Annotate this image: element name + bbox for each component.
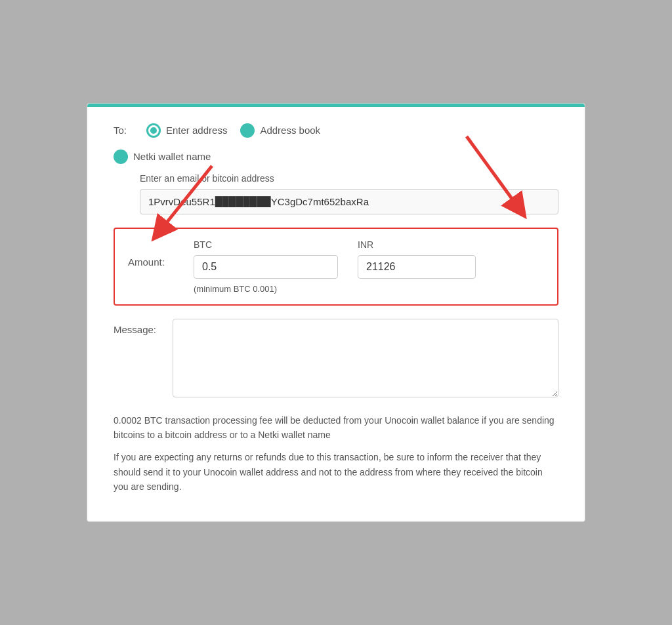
send-bitcoin-form: To: Enter address Address book Netki wal… [87, 103, 585, 523]
message-textarea[interactable] [173, 319, 558, 397]
btc-input[interactable] [194, 255, 338, 279]
address-book-label: Address book [260, 125, 320, 136]
to-label: To: [114, 125, 133, 136]
message-section: Message: [114, 319, 558, 397]
inr-field: INR [358, 239, 476, 279]
enter-address-option[interactable]: Enter address [146, 123, 227, 138]
inr-input[interactable] [358, 255, 476, 279]
address-book-radio[interactable] [240, 123, 255, 138]
netki-option[interactable]: Netki wallet name [114, 150, 558, 164]
message-label: Message: [114, 319, 159, 335]
enter-address-radio[interactable] [146, 123, 161, 138]
inr-currency-label: INR [358, 239, 476, 250]
enter-address-label: Enter address [166, 125, 227, 136]
amount-section: Amount: BTC (minimum BTC 0.001) INR [114, 228, 558, 306]
info-section: 0.0002 BTC transaction processing fee wi… [114, 413, 558, 494]
info-text-2: If you are expecting any returns or refu… [114, 450, 558, 494]
address-hint: Enter an email or bitcoin address [140, 173, 558, 184]
to-row: To: Enter address Address book [114, 123, 558, 138]
amount-label: Amount: [128, 239, 174, 268]
address-input[interactable] [140, 189, 558, 214]
netki-label: Netki wallet name [133, 151, 211, 162]
info-text-1: 0.0002 BTC transaction processing fee wi… [114, 413, 558, 443]
btc-minimum-hint: (minimum BTC 0.001) [194, 284, 338, 294]
netki-radio-dot [114, 150, 128, 164]
btc-field: BTC (minimum BTC 0.001) [194, 239, 338, 294]
address-section: Enter an email or bitcoin address [140, 173, 558, 214]
address-book-option[interactable]: Address book [240, 123, 320, 138]
btc-currency-label: BTC [194, 239, 338, 250]
